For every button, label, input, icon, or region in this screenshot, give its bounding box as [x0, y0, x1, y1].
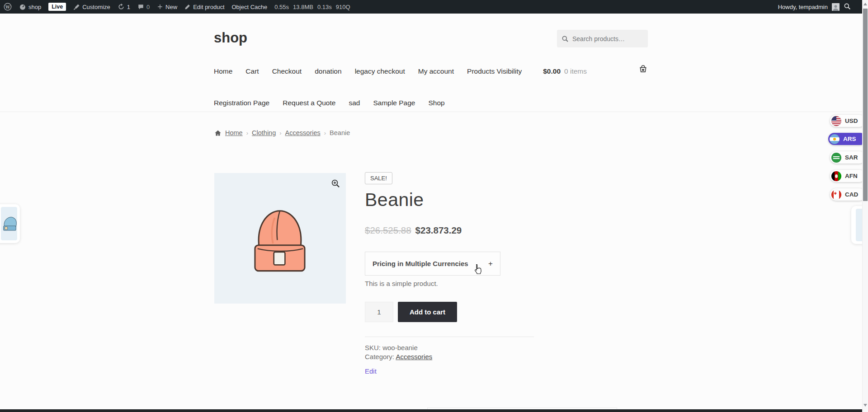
- cart-items-count: 0 items: [564, 67, 587, 75]
- primary-nav: Home Cart Checkout donation legacy check…: [214, 67, 522, 75]
- currency-code: USD: [845, 117, 858, 124]
- sale-price: $23.873.29: [415, 225, 462, 236]
- wp-admin-bar: W shop Live Customize 1 0 New Edit produ…: [0, 0, 868, 14]
- avatar[interactable]: [832, 3, 840, 11]
- nav-item-checkout[interactable]: Checkout: [272, 67, 302, 75]
- nav-item-donation[interactable]: donation: [315, 67, 341, 75]
- cart-amount: $0.00: [543, 67, 561, 75]
- scroll-down-arrow-icon[interactable]: [863, 404, 867, 407]
- breadcrumb-current: Beanie: [330, 129, 350, 136]
- object-cache-label: Object Cache: [232, 4, 268, 10]
- customize-menu-item[interactable]: Customize: [73, 4, 110, 10]
- nav-item-sad[interactable]: sad: [349, 99, 360, 107]
- search-icon: [561, 35, 569, 42]
- breadcrumb-accessories[interactable]: Accessories: [285, 129, 321, 136]
- nav-item-sample-page[interactable]: Sample Page: [373, 99, 415, 107]
- accordion-title: Pricing in Multiple Currencies: [373, 260, 468, 267]
- plus-icon: [157, 4, 163, 10]
- home-icon: [214, 130, 222, 136]
- breadcrumb-separator: ›: [279, 130, 281, 136]
- new-label: New: [165, 4, 177, 10]
- stat-memory: 13.8MB: [293, 4, 313, 10]
- add-to-cart-button[interactable]: Add to cart: [398, 302, 457, 322]
- scrollbar[interactable]: [862, 0, 868, 412]
- performance-stats: 0.55s 13.8MB 0.13s 910Q: [274, 4, 350, 10]
- dashboard-gauge-icon: [19, 3, 26, 10]
- edit-product-link[interactable]: Edit: [365, 367, 377, 375]
- product-image[interactable]: [214, 173, 346, 304]
- product-title: Beanie: [365, 189, 424, 211]
- nav-item-shop[interactable]: Shop: [428, 99, 444, 107]
- footer-top-bar: [0, 409, 862, 412]
- category-link[interactable]: Accessories: [396, 353, 432, 360]
- stat-load-time: 0.55s: [274, 4, 289, 10]
- admin-site-name: shop: [28, 4, 41, 10]
- sku-value: woo-beanie: [382, 344, 418, 351]
- nav-item-legacy-checkout[interactable]: legacy checkout: [355, 67, 405, 75]
- quantity-input[interactable]: [365, 302, 393, 322]
- site-title[interactable]: shop: [214, 30, 247, 46]
- site-menu-item[interactable]: shop: [19, 3, 41, 10]
- currency-pill-usd[interactable]: USD: [830, 115, 865, 127]
- canada-flag-icon: [831, 190, 841, 200]
- currency-pill-cad[interactable]: CAD: [830, 188, 865, 201]
- currency-code: ARS: [843, 136, 856, 142]
- new-menu-item[interactable]: New: [157, 4, 177, 10]
- breadcrumb-clothing[interactable]: Clothing: [252, 129, 276, 136]
- afghanistan-flag-icon: [831, 171, 841, 181]
- header-divider: [0, 112, 868, 112]
- breadcrumb-home[interactable]: Home: [225, 129, 243, 136]
- admin-search-icon[interactable]: [844, 3, 851, 11]
- sku-label: SKU:: [365, 344, 381, 351]
- zoom-icon[interactable]: [330, 178, 341, 189]
- user-icon: [832, 4, 839, 11]
- prev-product-thumbnail: [1, 207, 17, 240]
- scrollbar-thumb[interactable]: [863, 9, 868, 201]
- beanie-product-image: [237, 192, 323, 285]
- wordpress-logo-icon[interactable]: W: [4, 3, 12, 11]
- sale-badge: SALE!: [365, 172, 392, 184]
- brush-icon: [73, 4, 80, 10]
- cart-total-link[interactable]: $0.00 0 items: [543, 67, 587, 75]
- breadcrumb: Home › Clothing › Accessories › Beanie: [214, 129, 350, 136]
- page-container: shop Home Cart Checkout donation legacy …: [214, 14, 648, 412]
- comments-menu-item[interactable]: 0: [137, 4, 150, 10]
- breadcrumb-separator: ›: [324, 130, 326, 136]
- currency-pill-afn[interactable]: AFN: [830, 170, 865, 182]
- updates-menu-item[interactable]: 1: [118, 3, 130, 10]
- currency-code: CAD: [845, 191, 858, 198]
- updates-icon: [118, 3, 125, 10]
- nav-item-my-account[interactable]: My account: [418, 67, 454, 75]
- regular-price: $26.525.88: [365, 225, 411, 236]
- nav-item-home[interactable]: Home: [214, 67, 232, 75]
- accordion-plus-icon: +: [488, 259, 493, 268]
- argentina-flag-icon: [830, 134, 840, 144]
- comments-icon: [137, 4, 144, 10]
- search-input[interactable]: [572, 35, 640, 42]
- basket-icon[interactable]: [639, 65, 647, 75]
- product-description: This is a simple product.: [365, 280, 438, 287]
- live-badge[interactable]: Live: [48, 3, 66, 11]
- category-label: Category:: [365, 353, 394, 360]
- object-cache-menu-item[interactable]: Object Cache: [232, 4, 268, 10]
- currency-pill-ars-selected[interactable]: ARS: [828, 133, 866, 145]
- howdy-account-link[interactable]: Howdy, tempadmin: [778, 4, 828, 10]
- product-search-form[interactable]: [557, 30, 648, 47]
- breadcrumb-separator: ›: [246, 130, 248, 136]
- price-row: $26.525.88 $23.873.29: [365, 225, 462, 236]
- nav-item-registration-page[interactable]: Registration Page: [214, 99, 269, 107]
- scroll-up-arrow-icon[interactable]: [863, 3, 867, 5]
- edit-product-label: Edit product: [193, 4, 224, 10]
- mouse-cursor-hand: [473, 264, 483, 277]
- nav-item-request-a-quote[interactable]: Request a Quote: [283, 99, 335, 107]
- pencil-icon: [184, 4, 191, 10]
- edit-product-menu-item[interactable]: Edit product: [184, 4, 224, 10]
- currency-pill-sar[interactable]: SAR: [830, 151, 865, 164]
- nav-item-cart[interactable]: Cart: [245, 67, 259, 75]
- saudi-arabia-flag-icon: [831, 153, 841, 163]
- nav-item-products-visibility[interactable]: Products Visibility: [467, 67, 522, 75]
- updates-count: 1: [127, 4, 130, 10]
- currency-code: SAR: [845, 154, 858, 161]
- product-category: Category: Accessories: [365, 353, 432, 360]
- prev-product-card[interactable]: [0, 204, 20, 243]
